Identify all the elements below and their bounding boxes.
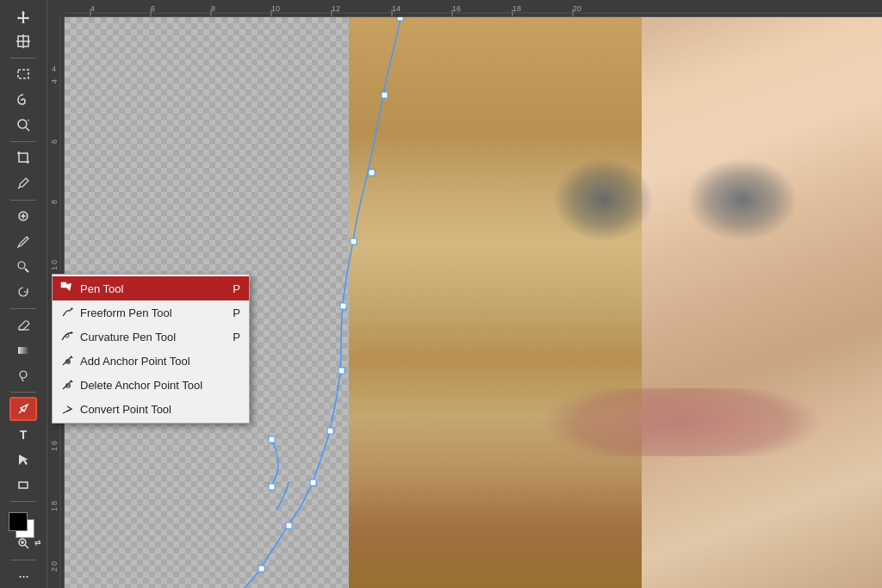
pen-tool-context-menu: Pen Tool P Freeform Pen Tool P Curvature… [52, 274, 250, 424]
crop-tool-btn[interactable] [9, 146, 37, 170]
add-anchor-icon [59, 353, 75, 368]
swap-colors-btn[interactable]: ⇄ [34, 538, 41, 547]
dodge-tool-btn[interactable] [9, 364, 37, 387]
color-swatches: ⇄ [9, 512, 41, 545]
menu-item-add-anchor[interactable]: Add Anchor Point Tool [53, 349, 249, 373]
toolbar-separator-7 [10, 560, 36, 560]
type-tool-btn[interactable]: T [9, 423, 37, 446]
lasso-tool-btn[interactable] [9, 88, 37, 111]
svg-text:10: 10 [271, 4, 280, 13]
foreground-color-swatch[interactable] [9, 512, 28, 531]
marquee-tool-btn[interactable] [9, 63, 37, 86]
svg-text:20: 20 [573, 4, 581, 13]
left-toolbar: T ··· ⇄ [0, 0, 47, 588]
freeform-pen-shortcut: P [233, 306, 240, 319]
svg-text:4: 4 [90, 4, 95, 13]
pen-tool-menu-icon [59, 281, 75, 296]
curvature-pen-shortcut: P [233, 331, 240, 344]
horizontal-ruler: 4 6 8 10 12 14 16 18 20 [65, 0, 882, 17]
svg-text:12: 12 [332, 4, 340, 13]
convert-point-label: Convert Point Tool [80, 403, 171, 416]
svg-rect-13 [18, 347, 28, 354]
toolbar-separator-4 [10, 308, 36, 309]
path-select-tool-btn[interactable] [9, 448, 37, 471]
toolbar-separator-3 [10, 200, 36, 201]
brush-tool-btn[interactable] [9, 230, 37, 253]
freeform-pen-label: Freeform Pen Tool [80, 306, 172, 319]
gradient-tool-btn[interactable] [9, 338, 37, 362]
shape-tool-btn[interactable] [9, 473, 37, 497]
photo-canvas-area [349, 17, 882, 588]
menu-item-curvature-pen[interactable]: Curvature Pen Tool P [53, 325, 249, 349]
toolbar-separator-1 [10, 58, 36, 59]
svg-text:14: 14 [392, 4, 401, 13]
freeform-pen-icon [59, 305, 75, 320]
svg-marker-16 [19, 455, 28, 465]
pen-tool-btn[interactable] [9, 397, 37, 421]
toolbar-separator-2 [10, 141, 36, 142]
svg-text:4: 4 [52, 65, 56, 73]
curvature-pen-icon [59, 329, 75, 344]
svg-point-5 [18, 120, 27, 128]
delete-anchor-icon [59, 377, 75, 393]
svg-point-15 [22, 408, 24, 411]
svg-line-19 [25, 545, 28, 548]
menu-item-convert-point[interactable]: Convert Point Tool [53, 397, 249, 421]
ruler-corner [47, 0, 65, 17]
toolbar-separator-5 [10, 392, 36, 393]
toolbar-separator-6 [10, 501, 36, 502]
eyedropper-tool-btn[interactable] [9, 171, 37, 195]
svg-text:8: 8 [211, 4, 215, 13]
menu-item-freeform-pen[interactable]: Freeform Pen Tool P [53, 300, 249, 325]
svg-marker-0 [17, 10, 29, 23]
more-tools-btn[interactable]: ··· [9, 565, 37, 588]
clone-tool-btn[interactable] [9, 255, 37, 278]
svg-text:6: 6 [151, 4, 155, 13]
menu-item-pen-tool[interactable]: Pen Tool P [53, 276, 249, 300]
pen-tool-shortcut: P [233, 282, 240, 295]
delete-anchor-label: Delete Anchor Point Tool [80, 379, 202, 392]
menu-item-delete-anchor[interactable]: Delete Anchor Point Tool [53, 373, 249, 397]
convert-point-icon [59, 401, 75, 417]
svg-rect-4 [18, 70, 28, 78]
add-anchor-label: Add Anchor Point Tool [80, 355, 190, 368]
move-tool-btn[interactable] [9, 4, 37, 28]
svg-rect-17 [19, 482, 28, 488]
heal-tool-btn[interactable] [9, 204, 37, 227]
svg-point-14 [20, 371, 27, 378]
svg-text:16: 16 [452, 4, 461, 13]
svg-point-11 [18, 262, 25, 269]
history-brush-tool-btn[interactable] [9, 281, 37, 304]
quick-select-tool-btn[interactable] [9, 113, 37, 136]
svg-line-6 [26, 127, 29, 131]
curvature-pen-label: Curvature Pen Tool [80, 331, 176, 344]
svg-text:18: 18 [512, 4, 521, 13]
pen-tool-label: Pen Tool [80, 282, 123, 295]
artboard-tool-btn[interactable] [9, 29, 37, 53]
eraser-tool-btn[interactable] [9, 313, 37, 337]
